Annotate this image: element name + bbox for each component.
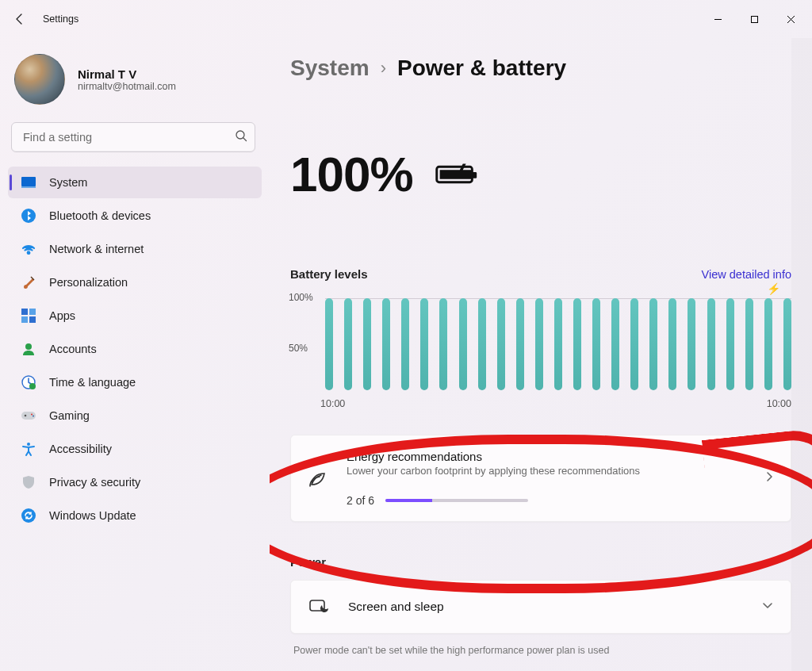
screen-and-sleep-label: Screen and sleep [348,600,743,614]
energy-recommendations-card[interactable]: Energy recommendations Lower your carbon… [290,435,791,522]
shield-icon [21,474,36,490]
search-input[interactable] [11,122,255,152]
svg-point-14 [31,414,33,416]
main-content: System › Power & battery 100% Battery le… [270,38,812,671]
sidebar-item-label: Windows Update [49,509,136,522]
energy-progress-bar [385,499,528,502]
sidebar-item-label: Network & internet [49,243,144,255]
energy-progress-count: 2 of 6 [347,494,374,507]
maximize-button[interactable] [736,7,772,31]
update-icon [21,508,36,523]
chart-bar [707,298,715,390]
power-section-header: Power [290,555,791,569]
minimize-button[interactable] [699,7,736,31]
user-email: nirmaltv@hotmail.com [78,81,176,92]
svg-rect-6 [29,309,36,315]
battery-levels-chart: ⚡ 100% 50% 10:00 10:00 [290,287,791,412]
back-button[interactable] [13,12,27,26]
search-icon[interactable] [235,129,247,145]
chevron-right-icon [764,471,775,485]
person-icon [21,341,36,357]
sidebar-item-time-language[interactable]: Time & language [8,366,262,398]
brush-icon [21,274,36,290]
sidebar-item-network[interactable]: Network & internet [8,233,262,265]
svg-point-1 [236,131,244,139]
apps-icon [21,308,36,324]
view-detailed-info-link[interactable]: View detailed info [702,268,791,281]
sidebar-item-label: System [49,176,87,189]
chart-bar [688,298,695,390]
svg-point-16 [27,443,30,446]
sidebar-item-bluetooth[interactable]: Bluetooth & devices [8,200,262,232]
chevron-right-icon: › [381,58,386,79]
scrollbar-area[interactable] [791,38,812,671]
chart-bar [611,298,619,390]
sidebar-item-privacy[interactable]: Privacy & security [8,466,262,498]
svg-rect-3 [21,186,36,188]
svg-point-9 [25,343,32,350]
screen-sleep-icon [308,596,329,617]
chart-bar [478,298,486,390]
arrow-left-icon [13,13,26,25]
chart-bar [344,298,352,390]
gamepad-icon [21,408,36,424]
chart-bars [325,298,791,390]
sidebar-item-label: Time & language [49,376,136,389]
svg-point-4 [21,209,36,223]
svg-point-15 [33,416,34,417]
sidebar-item-accessibility[interactable]: Accessibility [8,433,262,465]
chart-bar [516,298,524,390]
svg-rect-7 [21,316,28,323]
power-mode-footnote: Power mode can't be set while the high p… [290,645,791,656]
energy-card-title: Energy recommendations [347,450,746,463]
svg-point-11 [29,383,36,389]
avatar [14,54,65,105]
leaf-icon [307,467,329,489]
user-name: Nirmal T V [78,67,176,81]
chart-bar [592,298,600,390]
wifi-icon [21,241,36,257]
minimize-icon [714,15,722,24]
sidebar-nav: System Bluetooth & devices Network & int… [5,167,265,531]
chart-bar [745,298,753,390]
chart-bar [783,298,791,390]
chart-bar [420,298,428,390]
svg-point-13 [25,415,27,417]
sidebar-item-label: Accounts [49,343,97,355]
chart-bar [401,298,409,390]
sidebar-item-personalization[interactable]: Personalization [8,266,262,298]
page-title: Power & battery [397,56,566,81]
user-block[interactable]: Nirmal T V nirmaltv@hotmail.com [5,46,265,119]
maximize-icon [750,15,759,24]
sidebar-item-accounts[interactable]: Accounts [8,333,262,365]
breadcrumb: System › Power & battery [290,56,791,81]
svg-rect-2 [21,177,36,186]
window-controls [699,7,809,31]
sidebar-item-windows-update[interactable]: Windows Update [8,500,262,531]
breadcrumb-root[interactable]: System [290,56,370,81]
chart-x-start: 10:00 [320,398,345,409]
sidebar-item-system[interactable]: System [8,167,262,198]
accessibility-icon [21,441,36,457]
clock-globe-icon [21,374,36,390]
svg-point-17 [21,508,36,523]
svg-rect-0 [751,16,757,22]
sidebar-item-label: Apps [49,309,75,322]
svg-rect-8 [29,316,36,323]
chart-y-100: 100% [289,292,313,303]
chart-x-end: 10:00 [767,398,791,409]
titlebar: Settings [0,0,812,38]
sidebar-item-gaming[interactable]: Gaming [8,400,262,431]
energy-card-subtitle: Lower your carbon footprint by applying … [347,465,746,477]
chart-bar [459,298,467,390]
sidebar-item-apps[interactable]: Apps [8,300,262,332]
close-button[interactable] [772,7,809,31]
app-title: Settings [43,13,79,25]
chart-bar [325,298,333,390]
battery-levels-header: Battery levels [290,267,368,281]
screen-and-sleep-card[interactable]: Screen and sleep [290,580,791,634]
sidebar-item-label: Personalization [49,276,128,289]
chart-y-50: 50% [289,343,308,354]
chart-bar [497,298,505,390]
chart-bar [726,298,734,390]
